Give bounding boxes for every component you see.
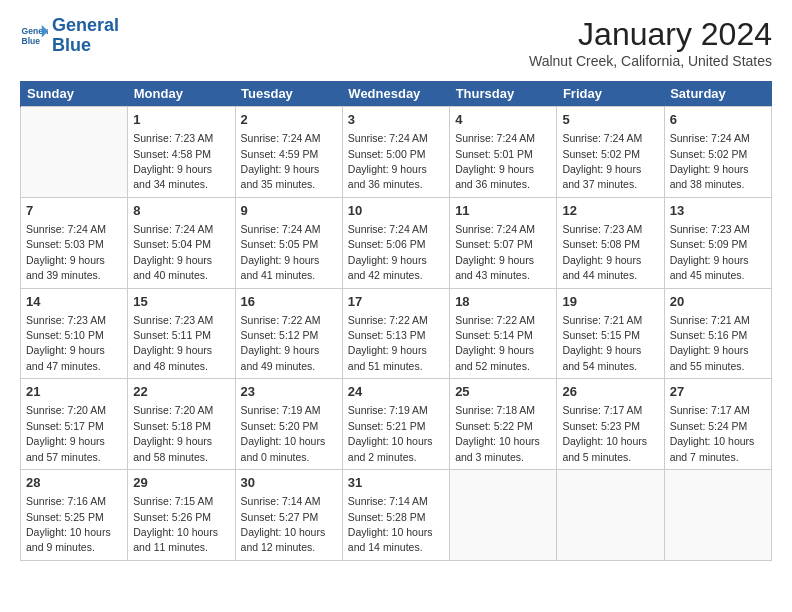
day-number: 25 bbox=[455, 383, 551, 401]
weekday-header: Tuesday bbox=[235, 81, 342, 107]
calendar-cell: 18 Sunrise: 7:22 AMSunset: 5:14 PMDaylig… bbox=[450, 288, 557, 379]
calendar-cell: 28 Sunrise: 7:16 AMSunset: 5:25 PMDaylig… bbox=[21, 470, 128, 561]
calendar-cell: 13 Sunrise: 7:23 AMSunset: 5:09 PMDaylig… bbox=[664, 197, 771, 288]
calendar-cell: 10 Sunrise: 7:24 AMSunset: 5:06 PMDaylig… bbox=[342, 197, 449, 288]
day-number: 9 bbox=[241, 202, 337, 220]
calendar-header-row: SundayMondayTuesdayWednesdayThursdayFrid… bbox=[21, 81, 772, 107]
calendar-cell: 19 Sunrise: 7:21 AMSunset: 5:15 PMDaylig… bbox=[557, 288, 664, 379]
calendar-cell: 23 Sunrise: 7:19 AMSunset: 5:20 PMDaylig… bbox=[235, 379, 342, 470]
calendar-table: SundayMondayTuesdayWednesdayThursdayFrid… bbox=[20, 81, 772, 561]
day-info: Sunrise: 7:21 AMSunset: 5:16 PMDaylight:… bbox=[670, 314, 750, 372]
calendar-cell: 21 Sunrise: 7:20 AMSunset: 5:17 PMDaylig… bbox=[21, 379, 128, 470]
logo: General Blue General Blue bbox=[20, 16, 119, 56]
calendar-cell: 25 Sunrise: 7:18 AMSunset: 5:22 PMDaylig… bbox=[450, 379, 557, 470]
day-number: 23 bbox=[241, 383, 337, 401]
day-number: 29 bbox=[133, 474, 229, 492]
calendar-cell bbox=[664, 470, 771, 561]
svg-text:Blue: Blue bbox=[22, 36, 41, 46]
calendar-cell: 20 Sunrise: 7:21 AMSunset: 5:16 PMDaylig… bbox=[664, 288, 771, 379]
day-info: Sunrise: 7:17 AMSunset: 5:23 PMDaylight:… bbox=[562, 404, 647, 462]
day-info: Sunrise: 7:22 AMSunset: 5:13 PMDaylight:… bbox=[348, 314, 428, 372]
calendar-cell: 8 Sunrise: 7:24 AMSunset: 5:04 PMDayligh… bbox=[128, 197, 235, 288]
day-info: Sunrise: 7:24 AMSunset: 5:02 PMDaylight:… bbox=[562, 132, 642, 190]
calendar-cell: 14 Sunrise: 7:23 AMSunset: 5:10 PMDaylig… bbox=[21, 288, 128, 379]
weekday-header: Friday bbox=[557, 81, 664, 107]
calendar-cell: 29 Sunrise: 7:15 AMSunset: 5:26 PMDaylig… bbox=[128, 470, 235, 561]
day-info: Sunrise: 7:24 AMSunset: 5:06 PMDaylight:… bbox=[348, 223, 428, 281]
day-info: Sunrise: 7:23 AMSunset: 5:09 PMDaylight:… bbox=[670, 223, 750, 281]
calendar-cell bbox=[450, 470, 557, 561]
calendar-cell: 2 Sunrise: 7:24 AMSunset: 4:59 PMDayligh… bbox=[235, 107, 342, 198]
calendar-cell: 24 Sunrise: 7:19 AMSunset: 5:21 PMDaylig… bbox=[342, 379, 449, 470]
calendar-cell: 4 Sunrise: 7:24 AMSunset: 5:01 PMDayligh… bbox=[450, 107, 557, 198]
calendar-week-row: 1 Sunrise: 7:23 AMSunset: 4:58 PMDayligh… bbox=[21, 107, 772, 198]
day-info: Sunrise: 7:21 AMSunset: 5:15 PMDaylight:… bbox=[562, 314, 642, 372]
weekday-header: Thursday bbox=[450, 81, 557, 107]
day-number: 27 bbox=[670, 383, 766, 401]
day-info: Sunrise: 7:22 AMSunset: 5:14 PMDaylight:… bbox=[455, 314, 535, 372]
day-info: Sunrise: 7:24 AMSunset: 5:01 PMDaylight:… bbox=[455, 132, 535, 190]
day-info: Sunrise: 7:24 AMSunset: 5:07 PMDaylight:… bbox=[455, 223, 535, 281]
day-info: Sunrise: 7:22 AMSunset: 5:12 PMDaylight:… bbox=[241, 314, 321, 372]
day-info: Sunrise: 7:24 AMSunset: 5:03 PMDaylight:… bbox=[26, 223, 106, 281]
day-info: Sunrise: 7:18 AMSunset: 5:22 PMDaylight:… bbox=[455, 404, 540, 462]
calendar-cell: 5 Sunrise: 7:24 AMSunset: 5:02 PMDayligh… bbox=[557, 107, 664, 198]
calendar-cell: 7 Sunrise: 7:24 AMSunset: 5:03 PMDayligh… bbox=[21, 197, 128, 288]
day-number: 12 bbox=[562, 202, 658, 220]
day-number: 15 bbox=[133, 293, 229, 311]
day-info: Sunrise: 7:20 AMSunset: 5:17 PMDaylight:… bbox=[26, 404, 106, 462]
calendar-cell: 12 Sunrise: 7:23 AMSunset: 5:08 PMDaylig… bbox=[557, 197, 664, 288]
day-info: Sunrise: 7:24 AMSunset: 4:59 PMDaylight:… bbox=[241, 132, 321, 190]
calendar-title: January 2024 bbox=[529, 16, 772, 53]
calendar-cell: 31 Sunrise: 7:14 AMSunset: 5:28 PMDaylig… bbox=[342, 470, 449, 561]
weekday-header: Sunday bbox=[21, 81, 128, 107]
day-number: 19 bbox=[562, 293, 658, 311]
calendar-cell: 6 Sunrise: 7:24 AMSunset: 5:02 PMDayligh… bbox=[664, 107, 771, 198]
day-number: 16 bbox=[241, 293, 337, 311]
day-info: Sunrise: 7:19 AMSunset: 5:20 PMDaylight:… bbox=[241, 404, 326, 462]
day-number: 13 bbox=[670, 202, 766, 220]
calendar-cell: 11 Sunrise: 7:24 AMSunset: 5:07 PMDaylig… bbox=[450, 197, 557, 288]
page-header: General Blue General Blue January 2024 W… bbox=[20, 16, 772, 69]
calendar-cell: 30 Sunrise: 7:14 AMSunset: 5:27 PMDaylig… bbox=[235, 470, 342, 561]
logo-icon: General Blue bbox=[20, 22, 48, 50]
day-number: 28 bbox=[26, 474, 122, 492]
calendar-cell: 1 Sunrise: 7:23 AMSunset: 4:58 PMDayligh… bbox=[128, 107, 235, 198]
day-info: Sunrise: 7:23 AMSunset: 5:10 PMDaylight:… bbox=[26, 314, 106, 372]
logo-text: General Blue bbox=[52, 16, 119, 56]
calendar-cell bbox=[21, 107, 128, 198]
day-info: Sunrise: 7:14 AMSunset: 5:28 PMDaylight:… bbox=[348, 495, 433, 553]
calendar-cell: 22 Sunrise: 7:20 AMSunset: 5:18 PMDaylig… bbox=[128, 379, 235, 470]
day-number: 6 bbox=[670, 111, 766, 129]
day-number: 24 bbox=[348, 383, 444, 401]
calendar-cell: 3 Sunrise: 7:24 AMSunset: 5:00 PMDayligh… bbox=[342, 107, 449, 198]
day-number: 18 bbox=[455, 293, 551, 311]
calendar-week-row: 14 Sunrise: 7:23 AMSunset: 5:10 PMDaylig… bbox=[21, 288, 772, 379]
day-info: Sunrise: 7:23 AMSunset: 4:58 PMDaylight:… bbox=[133, 132, 213, 190]
calendar-week-row: 21 Sunrise: 7:20 AMSunset: 5:17 PMDaylig… bbox=[21, 379, 772, 470]
weekday-header: Wednesday bbox=[342, 81, 449, 107]
day-number: 11 bbox=[455, 202, 551, 220]
calendar-cell: 27 Sunrise: 7:17 AMSunset: 5:24 PMDaylig… bbox=[664, 379, 771, 470]
calendar-week-row: 28 Sunrise: 7:16 AMSunset: 5:25 PMDaylig… bbox=[21, 470, 772, 561]
calendar-cell: 9 Sunrise: 7:24 AMSunset: 5:05 PMDayligh… bbox=[235, 197, 342, 288]
day-number: 17 bbox=[348, 293, 444, 311]
weekday-header: Monday bbox=[128, 81, 235, 107]
day-number: 2 bbox=[241, 111, 337, 129]
day-info: Sunrise: 7:24 AMSunset: 5:04 PMDaylight:… bbox=[133, 223, 213, 281]
calendar-cell: 17 Sunrise: 7:22 AMSunset: 5:13 PMDaylig… bbox=[342, 288, 449, 379]
day-number: 10 bbox=[348, 202, 444, 220]
day-info: Sunrise: 7:16 AMSunset: 5:25 PMDaylight:… bbox=[26, 495, 111, 553]
day-info: Sunrise: 7:23 AMSunset: 5:11 PMDaylight:… bbox=[133, 314, 213, 372]
day-number: 7 bbox=[26, 202, 122, 220]
day-number: 3 bbox=[348, 111, 444, 129]
day-info: Sunrise: 7:14 AMSunset: 5:27 PMDaylight:… bbox=[241, 495, 326, 553]
day-info: Sunrise: 7:15 AMSunset: 5:26 PMDaylight:… bbox=[133, 495, 218, 553]
day-info: Sunrise: 7:24 AMSunset: 5:02 PMDaylight:… bbox=[670, 132, 750, 190]
day-number: 21 bbox=[26, 383, 122, 401]
calendar-week-row: 7 Sunrise: 7:24 AMSunset: 5:03 PMDayligh… bbox=[21, 197, 772, 288]
day-info: Sunrise: 7:19 AMSunset: 5:21 PMDaylight:… bbox=[348, 404, 433, 462]
calendar-subtitle: Walnut Creek, California, United States bbox=[529, 53, 772, 69]
calendar-cell bbox=[557, 470, 664, 561]
day-number: 5 bbox=[562, 111, 658, 129]
